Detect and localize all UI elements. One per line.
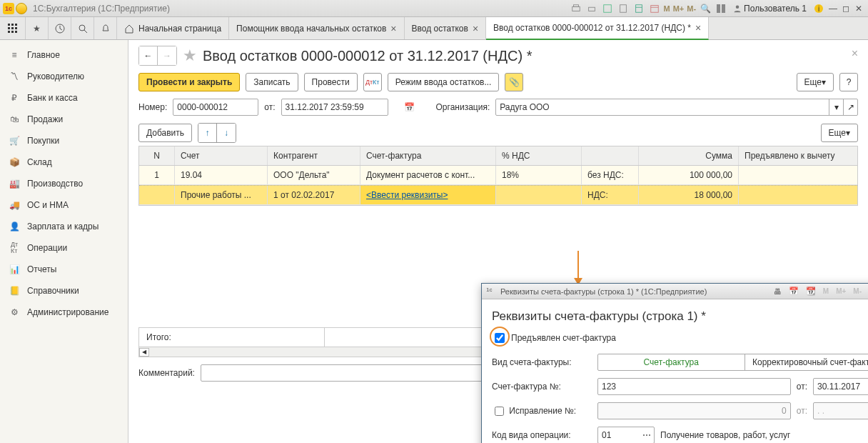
tab-document[interactable]: Ввод остатков 0000-000012 от 31.12.2017 … <box>486 17 709 40</box>
print-icon[interactable]: 🖶 <box>774 287 782 296</box>
calc-icon[interactable]: 📅 <box>789 287 799 296</box>
post-button[interactable]: Провести <box>304 73 358 91</box>
col-sum[interactable]: Сумма <box>639 146 739 165</box>
open-ref-icon[interactable]: ↗ <box>843 99 857 115</box>
close-icon[interactable]: ✕ <box>852 2 865 15</box>
invoice-no-input[interactable]: 123 <box>597 378 791 395</box>
user-indicator[interactable]: Пользователь 1 <box>733 4 807 14</box>
sidebar-item-main[interactable]: ≡Главное <box>0 44 128 66</box>
table-row[interactable]: Прочие работы ... 1 от 02.02.2017 <Ввест… <box>139 185 857 205</box>
print-preview-icon[interactable] <box>570 3 582 14</box>
more-button[interactable]: Еще ▾ <box>797 73 834 91</box>
memory-m-icon[interactable]: M <box>664 4 670 13</box>
calendar-icon[interactable]: 📆 <box>806 287 816 296</box>
col-counterparty[interactable]: Контрагент <box>268 146 360 165</box>
memory-mplus-icon[interactable]: M+ <box>836 287 846 295</box>
favorite-star-icon[interactable]: ★ <box>26 17 49 39</box>
save-icon[interactable] <box>602 3 613 14</box>
move-up-button[interactable]: ↑ <box>198 124 217 142</box>
seg-correction[interactable]: Корректировочный счет-фактура <box>745 354 869 370</box>
add-button[interactable]: Добавить <box>138 124 192 142</box>
tab-close-icon[interactable]: × <box>695 23 701 33</box>
memory-m-icon[interactable]: M <box>823 287 829 295</box>
sidebar-item-purchases[interactable]: 🛒Покупки <box>0 130 128 151</box>
col-invoice[interactable]: Счет-фактура <box>360 146 496 165</box>
number-input[interactable]: 0000-000012 <box>173 99 258 116</box>
sidebar-item-manager[interactable]: 〽Руководителю <box>0 66 128 87</box>
date-input[interactable]: 31.12.2017 23:59:59 <box>281 99 388 116</box>
apps-grid-icon[interactable] <box>0 17 26 39</box>
sidebar-item-bank[interactable]: ₽Банк и касса <box>0 87 128 109</box>
sidebar-item-label: Покупки <box>27 136 59 146</box>
sidebar-item-admin[interactable]: ⚙Администрирование <box>0 302 128 323</box>
sidebar-item-catalogs[interactable]: 📒Справочники <box>0 280 128 302</box>
tab-document-label: Ввод остатков 0000-000012 от 31.12.2017 … <box>493 23 691 33</box>
move-down-button[interactable]: ↓ <box>217 124 236 142</box>
titlebar-circle-button[interactable] <box>16 3 27 14</box>
cell-invoice[interactable]: <Ввести реквизиты> <box>360 186 496 204</box>
enter-details-link[interactable]: <Ввести реквизиты> <box>366 190 448 200</box>
nav-forward-button[interactable]: → <box>158 46 176 65</box>
memory-mplus-icon[interactable]: M+ <box>673 4 685 13</box>
info-icon[interactable]: i <box>813 3 824 14</box>
favorite-icon[interactable]: ★ <box>183 46 197 65</box>
maximize-icon[interactable]: ◻ <box>839 2 852 15</box>
sidebar-item-warehouse[interactable]: 📦Склад <box>0 151 128 173</box>
sidebar-item-assets[interactable]: 🚚ОС и НМА <box>0 194 128 216</box>
svg-rect-4 <box>620 4 626 12</box>
calendar-small-icon[interactable]: 📅 <box>404 102 415 112</box>
table-more-button[interactable]: Еще ▾ <box>821 124 858 142</box>
correction-date-from-label: от: <box>797 406 807 416</box>
svg-rect-3 <box>603 4 611 12</box>
col-account[interactable]: Счет <box>175 146 268 165</box>
nav-back-button[interactable]: ← <box>139 46 158 65</box>
sidebar-item-operations[interactable]: ДтКтОперации <box>0 237 128 259</box>
doc-icon[interactable] <box>617 3 629 14</box>
dtkt-button[interactable]: ДтКт <box>363 73 382 91</box>
tab-assistant[interactable]: Помощник ввода начальных остатков× <box>229 17 404 39</box>
history-icon[interactable] <box>49 17 71 39</box>
memory-mminus-icon[interactable]: M- <box>853 287 862 295</box>
search-icon[interactable] <box>71 17 94 39</box>
sidebar-item-reports[interactable]: 📊Отчеты <box>0 259 128 280</box>
calendar-icon[interactable] <box>649 3 660 14</box>
col-n[interactable]: N <box>139 146 175 165</box>
sidebar-item-production[interactable]: 🏭Производство <box>0 173 128 194</box>
col-vat[interactable]: % НДС <box>496 146 582 165</box>
tab-close-icon[interactable]: × <box>473 24 478 34</box>
memory-mminus-icon[interactable]: M- <box>687 4 696 13</box>
windows-icon[interactable] <box>715 3 727 14</box>
correction-checkbox[interactable] <box>495 407 504 416</box>
more-button-label: Еще <box>804 77 822 87</box>
op-code-value: 01 <box>602 430 611 440</box>
org-input[interactable]: Радуга ООО▾↗ <box>495 99 858 116</box>
tab-home[interactable]: Начальная страница <box>117 17 229 39</box>
scroll-left-icon[interactable]: ◀ <box>139 348 149 357</box>
mode-button[interactable]: Режим ввода остатков... <box>388 73 500 91</box>
dropdown-icon[interactable]: ▾ <box>829 99 843 115</box>
invoice-date-input[interactable]: 30.11.2017▦ <box>813 378 868 395</box>
bell-icon[interactable] <box>94 17 117 39</box>
minimize-icon[interactable]: — <box>827 2 839 15</box>
svg-rect-16 <box>15 24 17 26</box>
svg-rect-1 <box>573 4 578 6</box>
zoom-icon[interactable]: 🔍 <box>700 3 711 14</box>
sidebar-item-sales[interactable]: 🛍Продажи <box>0 109 128 130</box>
help-button[interactable]: ? <box>839 73 858 91</box>
seg-invoice[interactable]: Счет-фактура <box>598 354 745 370</box>
tab-balances[interactable]: Ввод остатков× <box>405 17 487 39</box>
post-and-close-button[interactable]: Провести и закрыть <box>138 73 240 91</box>
tab-close-icon[interactable]: × <box>390 24 396 34</box>
attach-button[interactable]: 📎 <box>505 73 523 91</box>
col-deduct[interactable]: Предъявлено к вычету <box>739 146 857 165</box>
sidebar-item-hr[interactable]: 👤Зарплата и кадры <box>0 216 128 237</box>
table-row[interactable]: 1 19.04 ООО "Дельта" Документ расчетов с… <box>139 166 857 185</box>
save-button[interactable]: Записать <box>246 73 298 91</box>
presented-checkbox[interactable] <box>495 333 505 343</box>
calc-icon[interactable] <box>633 3 645 14</box>
print-icon[interactable] <box>586 3 597 14</box>
op-code-input[interactable]: 01⋯ <box>597 427 655 443</box>
page-close-icon[interactable]: × <box>852 47 858 60</box>
dropdown-icon[interactable]: ⋯ <box>641 429 652 442</box>
bag-icon: 🛍 <box>9 114 20 124</box>
